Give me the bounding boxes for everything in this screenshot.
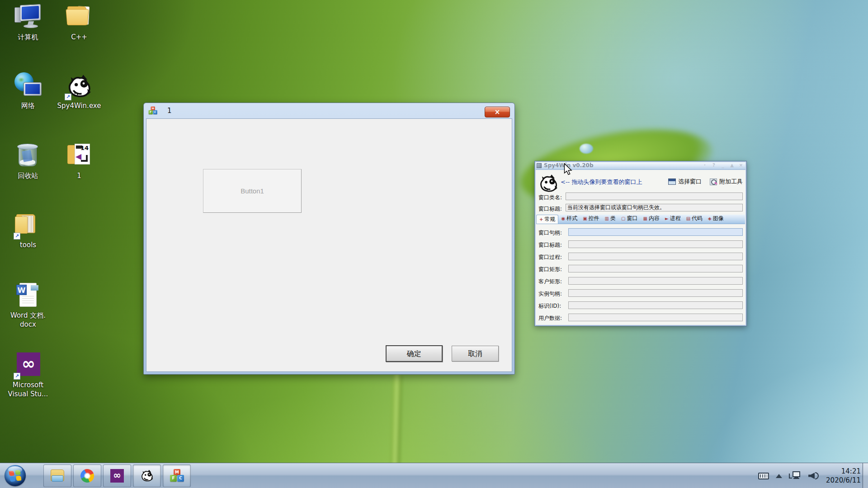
desktop-icon-label: 1	[54, 171, 104, 180]
desktop-icon-label: MicrosoftVisual Stu...	[3, 380, 53, 399]
desktop-icon-label: C++	[54, 33, 104, 42]
tab-控件[interactable]: ▣控件	[580, 214, 602, 224]
tab-label: 进程	[670, 215, 681, 222]
desktop-icon-folder-1[interactable]: 14◀1	[54, 142, 104, 180]
field-label: 窗口句柄:	[538, 229, 562, 237]
desktop-icon-cpp-folder[interactable]: C++	[54, 4, 104, 42]
tab-样式[interactable]: ◉样式	[558, 214, 580, 224]
desktop-icon-computer[interactable]: 计算机	[3, 4, 53, 42]
show-hidden-icons-icon[interactable]	[776, 474, 782, 478]
desktop-icon-label: Word 文档.docx	[3, 311, 53, 329]
field-input[interactable]	[568, 265, 743, 272]
taskbar-button-visual-studio[interactable]: ∞	[103, 465, 131, 487]
tab-icon: ▤	[686, 216, 690, 221]
button1[interactable]: Button1	[203, 169, 302, 213]
network-tray-icon[interactable]	[789, 471, 801, 481]
taskbar: ∞ MFC 14:21 2020/6/11	[0, 463, 868, 488]
tab-常规[interactable]: +常规	[536, 215, 558, 224]
water-droplet	[580, 144, 593, 154]
tab-窗口[interactable]: ▢窗口	[618, 214, 640, 224]
clock-time: 14:21	[826, 467, 861, 476]
vs-project-folder-icon: 14◀	[65, 142, 94, 170]
clock[interactable]: 14:21 2020/6/11	[826, 467, 861, 485]
close-button[interactable]: ×	[485, 107, 510, 117]
select-window-icon	[668, 178, 676, 185]
tab-icon: ◉	[561, 216, 565, 221]
desktop-icon-visual-studio[interactable]: ∞↗MicrosoftVisual Stu...	[3, 352, 53, 399]
spy4win-title: Spy4Win v0.20b	[544, 162, 701, 169]
spy4win-titlebar-buttons: ·?_▲×	[701, 162, 745, 169]
tab-label: 常规	[544, 216, 555, 223]
word-doc-icon: W	[14, 282, 42, 310]
field-input[interactable]	[568, 301, 743, 309]
network-icon	[14, 72, 42, 100]
field-input[interactable]	[568, 277, 743, 285]
spy4win-titlebar[interactable]: Spy4Win v0.20b ·?_▲×	[535, 161, 746, 170]
system-tray: 14:21 2020/6/11	[758, 463, 861, 488]
taskbar-button-explorer[interactable]	[43, 465, 71, 487]
field-input[interactable]	[568, 253, 743, 260]
tab-代码[interactable]: ▤代码	[684, 214, 705, 224]
window-caption-label: 窗口标题:	[538, 205, 562, 213]
desktop-icon-spy4win-exe[interactable]: ↗Spy4Win.exe	[54, 72, 104, 110]
tab-图像[interactable]: ◈图像	[705, 214, 726, 224]
field-input[interactable]	[568, 240, 743, 248]
tab-icon: ▥	[605, 216, 609, 221]
desktop-icon-tools-folder[interactable]: ↗tools	[3, 211, 53, 249]
desktop-icon-recycle-bin[interactable]: 回收站	[3, 142, 53, 180]
window-class-field[interactable]	[566, 192, 743, 200]
select-window-button[interactable]: 选择窗口	[678, 178, 702, 186]
ok-button[interactable]: 确定	[386, 345, 443, 362]
field-label: 窗口过程:	[538, 253, 562, 261]
dialog-title: 1	[167, 107, 172, 115]
window-caption-field[interactable]: 当前没有选择窗口或该窗口句柄已失效。	[566, 204, 743, 211]
taskbar-button-spy4win[interactable]	[133, 465, 161, 487]
pin-button[interactable]: ·	[701, 162, 708, 169]
show-desktop-button[interactable]	[863, 463, 868, 488]
computer-icon	[14, 4, 42, 32]
field-label: 窗口标题:	[538, 241, 562, 249]
spy4win-dog-shortcut-icon: ↗	[65, 72, 94, 100]
taskbar-button-mfc-app[interactable]: MFC	[163, 465, 191, 487]
field-label: 标识(ID):	[538, 302, 561, 310]
desktop-icon-word-doc[interactable]: WWord 文档.docx	[3, 282, 53, 329]
keyboard-layout-icon[interactable]	[758, 473, 769, 479]
cancel-button[interactable]: 取消	[452, 346, 499, 361]
tab-icon: ▢	[621, 216, 625, 221]
drag-hint-text: <-- 拖动头像到要查看的窗口上	[561, 178, 642, 186]
desktop-icon-network[interactable]: 网络	[3, 72, 53, 110]
dialog-titlebar[interactable]: MFC 1	[144, 103, 514, 118]
tab-内容[interactable]: ▦内容	[640, 214, 662, 224]
tab-label: 窗口	[627, 215, 637, 222]
desktop-icon-label: 回收站	[3, 171, 53, 180]
recycle-bin-icon	[14, 142, 42, 170]
start-button[interactable]	[5, 465, 26, 486]
field-input[interactable]	[568, 228, 743, 236]
tab-label: 图像	[713, 215, 724, 222]
tab-icon: +	[539, 217, 543, 222]
spy4win-dog-finder-icon[interactable]	[538, 173, 559, 194]
help-button[interactable]: ?	[710, 162, 717, 169]
desktop: 计算机C++网络 ↗Spy4Win.exe回收站14◀1↗toolsWWord …	[0, 0, 868, 488]
rollup-button[interactable]: ▲	[728, 162, 736, 169]
attach-tools-button[interactable]: 附加工具	[719, 178, 743, 186]
folder-shortcut-icon: ↗	[14, 211, 42, 239]
volume-icon[interactable]	[807, 470, 819, 481]
folder-icon	[65, 4, 94, 32]
field-input[interactable]	[568, 314, 743, 321]
tab-label: 内容	[649, 215, 660, 222]
close-button[interactable]: ×	[737, 162, 745, 169]
field-input[interactable]	[568, 289, 743, 297]
taskbar-button-chrome[interactable]	[73, 465, 101, 487]
close-icon: ×	[495, 108, 500, 116]
tab-类[interactable]: ▥类	[602, 214, 618, 224]
dialog-client-area: Button1 确定 取消	[146, 118, 512, 372]
field-label: 窗口矩形:	[538, 266, 562, 273]
tab-icon: ►	[665, 216, 669, 221]
tab-进程[interactable]: ►进程	[662, 214, 684, 224]
spy4win-titlebar-icon	[537, 163, 542, 168]
minimize-button[interactable]: _	[719, 162, 726, 169]
spy4win-window: Spy4Win v0.20b ·?_▲× <-- 拖动头像到要查看的窗口上 选择…	[534, 161, 747, 326]
field-label: 实例句柄:	[538, 290, 562, 298]
visual-studio-shortcut-icon: ∞↗	[14, 352, 42, 380]
